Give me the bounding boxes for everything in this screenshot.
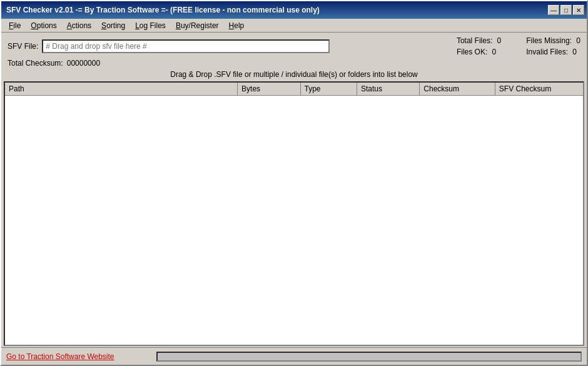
progress-bar-container — [156, 352, 582, 362]
menu-sorting[interactable]: Sorting — [96, 20, 130, 31]
stat-col-left: Total Files: 0 Files OK: 0 — [457, 36, 501, 56]
col-checksum: Checksum — [420, 83, 495, 96]
file-table-container[interactable]: Path Bytes Type Status Checksum SFV Chec… — [4, 81, 584, 346]
col-path: Path — [5, 83, 238, 96]
sfv-file-input[interactable] — [42, 39, 330, 53]
stat-col-right: Files Missing: 0 Invalid Files: 0 — [526, 36, 580, 56]
menu-help[interactable]: Help — [224, 20, 250, 31]
menu-buy-register[interactable]: Buy/Register — [171, 20, 224, 31]
content-area: SFV File: Total Files: 0 Files OK: 0 Fil… — [1, 33, 587, 347]
menu-file[interactable]: File — [4, 20, 26, 31]
files-ok-value: 0 — [492, 48, 497, 56]
col-status: Status — [357, 83, 419, 96]
info-second-row: Total Checksum: 00000000 — [1, 58, 587, 69]
menu-bar: File Options Actions Sorting Log Files B… — [1, 19, 587, 33]
table-header-row: Path Bytes Type Status Checksum SFV Chec… — [5, 83, 583, 96]
total-files-value: 0 — [497, 36, 502, 45]
files-missing-stat: Files Missing: 0 — [526, 36, 580, 45]
invalid-files-stat: Invalid Files: 0 — [526, 48, 580, 56]
info-top-row: SFV File: Total Files: 0 Files OK: 0 Fil… — [1, 33, 587, 58]
menu-log-files[interactable]: Log Files — [130, 20, 171, 31]
title-bar: SFV Checker v2.01 -= By Traction Softwar… — [1, 1, 587, 19]
invalid-files-value: 0 — [572, 48, 577, 56]
file-table: Path Bytes Type Status Checksum SFV Chec… — [5, 83, 583, 96]
total-checksum-value: 00000000 — [67, 59, 100, 68]
total-checksum-label: Total Checksum: — [8, 59, 63, 68]
right-stats: Total Files: 0 Files OK: 0 Files Missing… — [457, 36, 580, 56]
files-ok-stat: Files OK: 0 — [457, 48, 501, 56]
status-bar: Go to Traction Software Website — [1, 347, 587, 365]
minimize-button[interactable]: — — [548, 5, 559, 15]
col-sfv-checksum: SFV Checksum — [495, 83, 583, 96]
drag-hint: Drag & Drop .SFV file or multiple / indi… — [1, 69, 587, 80]
total-files-stat: Total Files: 0 — [457, 36, 501, 45]
close-button[interactable]: ✕ — [573, 5, 584, 15]
menu-options[interactable]: Options — [26, 20, 61, 31]
col-bytes: Bytes — [238, 83, 300, 96]
menu-actions[interactable]: Actions — [62, 20, 96, 31]
traction-software-link[interactable]: Go to Traction Software Website — [6, 352, 114, 361]
col-type: Type — [300, 83, 357, 96]
maximize-button[interactable]: □ — [560, 5, 572, 15]
title-bar-text: SFV Checker v2.01 -= By Traction Softwar… — [6, 6, 320, 14]
main-window: SFV Checker v2.01 -= By Traction Softwar… — [0, 0, 588, 366]
title-bar-controls: — □ ✕ — [548, 5, 584, 15]
files-missing-value: 0 — [576, 36, 580, 45]
sfv-file-label: SFV File: — [8, 42, 38, 51]
